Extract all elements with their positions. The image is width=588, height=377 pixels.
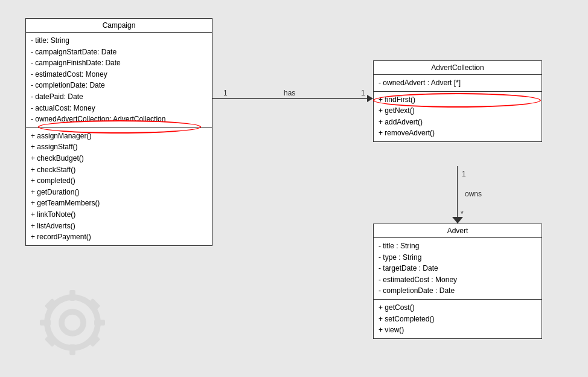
campaign-method-7: + linkToNote(): [31, 209, 207, 221]
campaign-methods: + assignManager() + assignStaff() + chec…: [26, 128, 212, 245]
svg-rect-9: [94, 320, 105, 326]
advert-methods: + getCost() + setCompleted() + view(): [374, 300, 542, 338]
advert-method-1: + setCompleted(): [379, 314, 537, 325]
campaign-method-6: + getTeamMembers(): [31, 198, 207, 209]
campaign-attr-0: - title: String: [31, 35, 207, 47]
advert-collection-method-2: + addAdvert(): [379, 117, 537, 128]
advert-collection-class: AdvertCollection - ownedAdvert : Advert …: [373, 60, 542, 142]
advert-collection-method-1: + getNext(): [379, 105, 537, 117]
campaign-method-4: + completed(): [31, 175, 207, 187]
advert-collection-method-3: + removeAdvert(): [379, 127, 537, 139]
advert-class: Advert - title : String - type : String …: [373, 224, 542, 339]
advert-attr-1: - type : String: [379, 252, 537, 263]
advert-method-2: + view(): [379, 324, 537, 336]
watermark-icon: [36, 286, 109, 359]
campaign-attr-7: - ownedAdvertCollection: AdvertCollectio…: [31, 114, 207, 125]
diagram-area: Campaign - title: String - campaignStart…: [0, 0, 588, 377]
campaign-attr-2: - campaignFinishDate: Date: [31, 57, 207, 69]
campaign-attr-1: - campaignStartDate: Date: [31, 47, 207, 58]
advert-attr-0: - title : String: [379, 240, 537, 252]
svg-point-4: [47, 297, 98, 348]
campaign-title: Campaign: [26, 19, 212, 33]
advert-collection-attributes: - ownedAdvert : Advert [*]: [374, 75, 542, 92]
has-label: has: [284, 89, 295, 97]
svg-rect-6: [69, 290, 75, 301]
campaign-class: Campaign - title: String - campaignStart…: [25, 18, 213, 246]
svg-rect-8: [40, 320, 51, 326]
advert-method-0: + getCost(): [379, 302, 537, 314]
svg-marker-3: [452, 217, 463, 224]
owns-label: owns: [465, 190, 482, 198]
owns-bottom-label: *: [461, 210, 464, 218]
advert-attr-3: - estimatedCost : Money: [379, 274, 537, 286]
campaign-attr-4: - completionDate: Date: [31, 80, 207, 91]
advert-title: Advert: [374, 224, 542, 238]
advert-attr-4: - completionDate : Date: [379, 285, 537, 297]
campaign-attr-5: - datePaid: Date: [31, 91, 207, 103]
campaign-method-1: + assignStaff(): [31, 141, 207, 153]
campaign-attributes: - title: String - campaignStartDate: Dat…: [26, 33, 212, 128]
has-left-label: 1: [223, 89, 228, 97]
svg-marker-1: [367, 95, 373, 102]
campaign-attr-3: - estimatedCost: Money: [31, 69, 207, 80]
advert-collection-method-0: + findFirst(): [379, 94, 537, 106]
campaign-method-8: + listAdverts(): [31, 221, 207, 232]
campaign-attr-6: - actualCost: Money: [31, 103, 207, 114]
campaign-method-3: + checkStaff(): [31, 164, 207, 176]
svg-rect-7: [69, 344, 75, 355]
advert-collection-attr-0: - ownedAdvert : Advert [*]: [379, 77, 537, 89]
owns-top-label: 1: [462, 170, 466, 178]
campaign-method-2: + checkBudget(): [31, 153, 207, 164]
advert-attr-2: - targetDate : Date: [379, 263, 537, 274]
advert-attributes: - title : String - type : String - targe…: [374, 238, 542, 300]
has-right-label: 1: [361, 89, 365, 97]
campaign-method-5: + getDuration(): [31, 187, 207, 198]
advert-collection-title: AdvertCollection: [374, 61, 542, 75]
advert-collection-methods: + findFirst() + getNext() + addAdvert() …: [374, 92, 542, 141]
svg-point-5: [62, 312, 83, 334]
campaign-method-0: + assignManager(): [31, 130, 207, 142]
campaign-method-9: + recordPayment(): [31, 231, 207, 243]
